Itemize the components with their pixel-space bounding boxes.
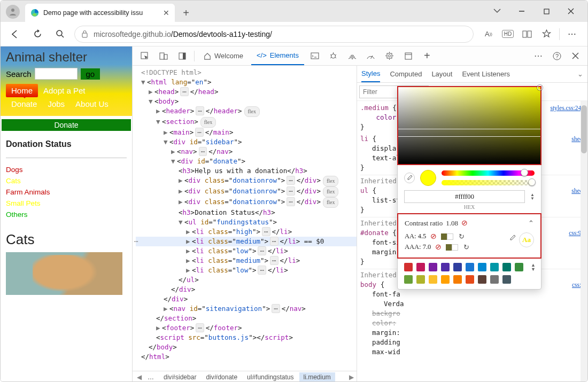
styles-tab-styles[interactable]: Styles [361, 66, 380, 82]
tab-actions-button[interactable] [485, 3, 509, 20]
back-button[interactable] [7, 26, 23, 42]
devtools-help-button[interactable]: ? [549, 49, 565, 64]
memory-tab-icon[interactable] [382, 49, 398, 64]
breadcrumb[interactable]: ◀ … div#sidebar div#donate ul#fundingsta… [133, 371, 357, 382]
format-toggle[interactable]: ▲▼ [530, 193, 535, 200]
cat-photo [6, 252, 122, 295]
palette-swatch[interactable] [466, 275, 474, 284]
refresh-button[interactable] [29, 26, 45, 42]
debug-tab-icon[interactable] [326, 49, 342, 64]
palette-swatch[interactable] [453, 275, 462, 284]
search-button[interactable] [52, 26, 68, 42]
palette-swatch[interactable] [429, 263, 437, 271]
status-farm: Farm Animals [6, 188, 127, 196]
tab-elements[interactable]: </>Elements [251, 46, 304, 65]
favorite-button[interactable] [538, 26, 555, 43]
styles-tab-events[interactable]: Event Listeners [462, 70, 510, 78]
donate-button[interactable]: Donate [2, 119, 131, 131]
svg-rect-14 [311, 53, 319, 59]
nav-jobs[interactable]: Jobs [42, 97, 70, 111]
styles-tab-layout[interactable]: Layout [431, 70, 452, 78]
devtools-close-button[interactable] [567, 49, 583, 64]
palette-swatch[interactable] [515, 263, 523, 271]
palette-swatch[interactable] [416, 275, 425, 284]
svg-rect-8 [528, 31, 531, 37]
palette-swatch[interactable] [502, 275, 511, 284]
svg-rect-18 [387, 53, 392, 58]
network-tab-icon[interactable] [344, 49, 360, 64]
console-tab-icon[interactable] [307, 49, 323, 64]
reload-aaa-icon[interactable]: ↻ [463, 243, 469, 252]
color-palette[interactable]: ▲▼ [398, 259, 541, 289]
alpha-slider[interactable] [442, 180, 535, 185]
maximize-button[interactable] [534, 3, 559, 20]
application-tab-icon[interactable] [400, 49, 416, 64]
palette-swatch[interactable] [404, 275, 413, 284]
palette-swatch[interactable] [429, 275, 437, 284]
fail-icon: ⊘ [461, 219, 468, 228]
svg-rect-7 [523, 31, 527, 37]
reading-list-button[interactable] [519, 26, 536, 43]
svg-rect-20 [405, 53, 412, 59]
nav-about[interactable]: About Us [70, 97, 114, 111]
reload-aa-icon[interactable]: ↻ [459, 232, 465, 241]
profile-avatar[interactable] [6, 5, 20, 19]
styles-more-icon[interactable]: ⌄ [577, 70, 583, 78]
bg-eyedropper-icon[interactable] [509, 235, 516, 241]
devtools-more-button[interactable]: ⋯ [531, 49, 547, 64]
palette-swatch[interactable] [502, 263, 511, 271]
more-button[interactable]: ⋯ [564, 26, 581, 43]
read-aloud-button[interactable]: A)) [480, 26, 497, 43]
palette-swatch[interactable] [441, 263, 450, 271]
palette-swatch[interactable] [441, 275, 450, 284]
minimize-button[interactable] [509, 3, 534, 20]
status-dogs: Dogs [6, 166, 127, 174]
search-input[interactable] [35, 68, 78, 80]
palette-swatch[interactable] [490, 275, 499, 284]
nav-adopt[interactable]: Adopt a Pet [38, 84, 90, 97]
styles-tab-computed[interactable]: Computed [390, 70, 422, 78]
browser-tab[interactable]: Demo page with accessibility issu ✕ [25, 4, 175, 22]
palette-swatch[interactable] [490, 263, 499, 271]
more-tabs-button[interactable]: + [419, 49, 435, 64]
url-field[interactable]: microsoftedge.github.io/Demos/devtools-a… [74, 26, 474, 43]
device-toggle[interactable] [156, 49, 172, 64]
hex-input[interactable]: #ffff00 [404, 190, 525, 203]
go-button[interactable]: go [81, 68, 100, 80]
palette-swatch[interactable] [478, 275, 486, 284]
styles-tabs: Styles Computed Layout Event Listeners ⌄ [357, 66, 587, 83]
nav-home[interactable]: Home [6, 84, 38, 97]
close-tab-icon[interactable]: ✕ [163, 9, 169, 17]
hue-slider[interactable] [442, 170, 535, 176]
palette-swatch[interactable] [416, 263, 425, 271]
scrollbar[interactable] [581, 101, 587, 382]
styles-pane: Styles Computed Layout Event Listeners ⌄… [357, 66, 587, 382]
palette-swatch[interactable] [453, 263, 462, 271]
tab-welcome[interactable]: Welcome [198, 46, 249, 65]
svg-line-5 [61, 35, 64, 37]
status-pets: Small Pets [6, 199, 127, 207]
palette-swatch[interactable] [478, 263, 486, 271]
svg-text:?: ? [555, 53, 559, 59]
search-label: Search [6, 69, 32, 79]
palette-switch[interactable]: ▲▼ [531, 263, 536, 271]
elements-tree[interactable]: <!DOCTYPE html> ▼<html lang="en"> ▶<head… [133, 66, 357, 382]
collapse-icon[interactable]: ⌃ [528, 219, 534, 228]
saturation-value-canvas[interactable] [397, 86, 541, 165]
close-window-button[interactable] [559, 3, 583, 20]
tab-title: Demo page with accessibility issu [43, 9, 159, 17]
svg-rect-3 [544, 9, 549, 14]
color-picker[interactable]: #ffff00 ▲▼ HEX Contrast ratio 1.08 ⊘ ⌃ A… [397, 86, 541, 290]
eyedropper-button[interactable] [404, 173, 415, 183]
palette-swatch[interactable] [466, 263, 474, 271]
svg-point-16 [352, 58, 353, 59]
new-tab-button[interactable]: + [178, 5, 194, 21]
inspect-button[interactable] [137, 49, 153, 64]
performance-tab-icon[interactable] [363, 49, 379, 64]
palette-swatch[interactable] [404, 263, 413, 271]
hd-button[interactable]: HD [499, 26, 516, 43]
address-bar: microsoftedge.github.io/Demos/devtools-a… [1, 22, 587, 46]
dock-button[interactable] [174, 49, 190, 64]
page-title: Animal shelter [6, 50, 127, 65]
edge-icon [30, 9, 39, 17]
